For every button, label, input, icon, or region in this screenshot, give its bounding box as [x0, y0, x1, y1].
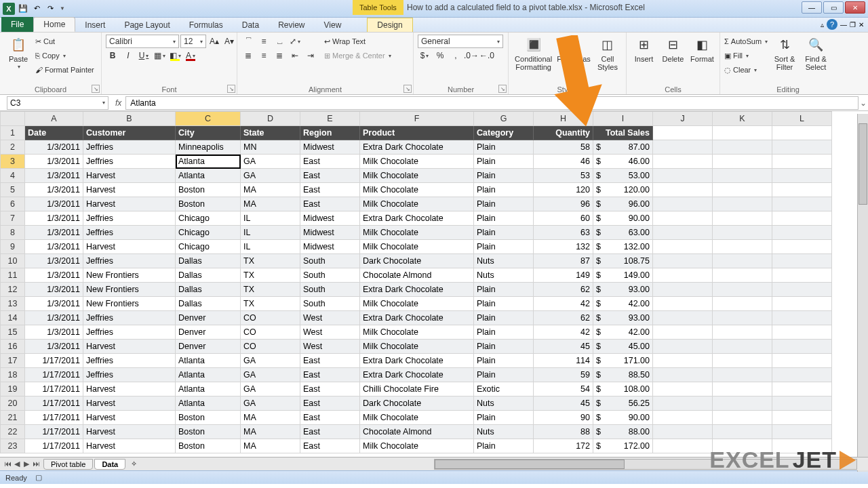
hscroll-thumb[interactable]	[435, 460, 625, 469]
cell[interactable]: MA	[241, 183, 300, 197]
cell[interactable]: GA	[241, 382, 300, 396]
cell[interactable]: Nuts	[474, 268, 534, 283]
cell[interactable]: 59	[534, 368, 593, 382]
cell[interactable]	[653, 439, 713, 453]
cell[interactable]: Atlanta	[176, 155, 241, 169]
cell[interactable]: 1/3/2011	[25, 340, 83, 354]
cell[interactable]	[653, 240, 713, 254]
cell[interactable]: 1/3/2011	[25, 197, 83, 211]
file-tab[interactable]: File	[1, 17, 33, 32]
select-all-corner[interactable]	[1, 112, 25, 126]
row-header[interactable]: 4	[1, 169, 25, 183]
cell[interactable]: Nuts	[474, 396, 534, 411]
qat-dropdown-icon[interactable]: ▼	[60, 5, 65, 12]
cell[interactable]: Harvest	[83, 340, 176, 354]
cell[interactable]	[653, 368, 713, 382]
cell[interactable]: $46.00	[593, 155, 653, 169]
row-header[interactable]: 16	[1, 340, 25, 354]
tab-formulas[interactable]: Formulas	[180, 18, 233, 32]
cell[interactable]: $108.75	[593, 254, 653, 268]
vertical-scrollbar[interactable]	[857, 114, 868, 472]
cell[interactable]: 53	[534, 169, 593, 183]
cell[interactable]: Dallas	[176, 283, 241, 297]
cell[interactable]: $171.00	[593, 354, 653, 368]
format-painter-button[interactable]: 🖌Format Painter	[35, 63, 94, 77]
row-header[interactable]: 17	[1, 354, 25, 368]
cell[interactable]: Midwest	[300, 226, 360, 240]
new-sheet-icon[interactable]: ✧	[131, 460, 137, 468]
cell[interactable]: Milk Chocolate	[360, 155, 474, 169]
cell[interactable]: Nuts	[474, 254, 534, 268]
row-header[interactable]: 8	[1, 226, 25, 240]
tab-insert[interactable]: Insert	[75, 18, 115, 32]
formula-input[interactable]: Atlanta	[125, 96, 859, 110]
cell[interactable]	[772, 226, 832, 240]
cell[interactable]	[772, 197, 832, 211]
cell[interactable]	[653, 354, 713, 368]
minimize-ribbon-icon[interactable]: ▵	[821, 21, 824, 28]
cell[interactable]	[653, 325, 713, 340]
cell[interactable]: 1/3/2011	[25, 268, 83, 283]
row-header[interactable]: 5	[1, 183, 25, 197]
cell[interactable]: Plain	[474, 140, 534, 155]
cell[interactable]: 1/3/2011	[25, 169, 83, 183]
cell[interactable]: 1/17/2011	[25, 411, 83, 425]
cell[interactable]: TX	[241, 283, 300, 297]
cell[interactable]: Milk Chocolate	[360, 197, 474, 211]
cell[interactable]: Plain	[474, 240, 534, 254]
underline-button[interactable]: U▾	[137, 49, 151, 62]
cell[interactable]	[713, 126, 772, 140]
cell[interactable]: 87	[534, 254, 593, 268]
cell[interactable]: GA	[241, 396, 300, 411]
workbook-restore-icon[interactable]: ❐	[850, 21, 856, 28]
format-as-table-button[interactable]: ▦Format as Table	[557, 35, 591, 71]
cell[interactable]: 1/3/2011	[25, 254, 83, 268]
cell[interactable]: Harvest	[83, 240, 176, 254]
cell[interactable]: GA	[241, 155, 300, 169]
row-header[interactable]: 11	[1, 268, 25, 283]
copy-button[interactable]: ⎘Copy▾	[35, 49, 94, 62]
tab-home[interactable]: Home	[33, 17, 75, 32]
borders-button[interactable]: ▦▾	[153, 49, 166, 62]
cell[interactable]: 1/17/2011	[25, 382, 83, 396]
cell[interactable]: CO	[241, 311, 300, 325]
column-header[interactable]: K	[713, 112, 772, 126]
cell[interactable]	[653, 311, 713, 325]
cell[interactable]	[772, 155, 832, 169]
cell[interactable]	[772, 368, 832, 382]
cell[interactable]: TX	[241, 268, 300, 283]
tab-page-layout[interactable]: Page Layout	[115, 18, 179, 32]
cell[interactable]: Extra Dark Chocolate	[360, 140, 474, 155]
cell[interactable]: East	[300, 197, 360, 211]
worksheet-grid[interactable]: ABCDEFGHIJKL1DateCustomerCityStateRegion…	[0, 111, 868, 457]
cell[interactable]	[653, 411, 713, 425]
number-dialog-launcher[interactable]: ↘	[498, 85, 507, 93]
cell[interactable]: Midwest	[300, 140, 360, 155]
cell[interactable]: Jeffries	[83, 226, 176, 240]
cell[interactable]: Atlanta	[176, 382, 241, 396]
cell[interactable]: Boston	[176, 439, 241, 453]
cell[interactable]: Milk Chocolate	[360, 240, 474, 254]
cell[interactable]	[653, 425, 713, 439]
cell[interactable]	[653, 340, 713, 354]
cell[interactable]	[713, 240, 772, 254]
cell[interactable]	[772, 354, 832, 368]
cell[interactable]: Milk Chocolate	[360, 297, 474, 311]
cell[interactable]: MN	[241, 140, 300, 155]
clear-button[interactable]: ◌Clear▾	[724, 63, 768, 77]
cell[interactable]: South	[300, 254, 360, 268]
table-header-cell[interactable]: Date	[25, 126, 83, 140]
cell[interactable]: $90.00	[593, 211, 653, 226]
cell[interactable]	[713, 411, 772, 425]
cell[interactable]: Jeffries	[83, 311, 176, 325]
cell[interactable]: GA	[241, 354, 300, 368]
cell[interactable]: 58	[534, 140, 593, 155]
cell[interactable]: CO	[241, 325, 300, 340]
cell[interactable]: Harvest	[83, 197, 176, 211]
row-header[interactable]: 1	[1, 126, 25, 140]
cell[interactable]	[653, 226, 713, 240]
merge-center-button[interactable]: ⊞Merge & Center▾	[324, 49, 391, 62]
minimize-button[interactable]: ―	[802, 1, 822, 14]
cell[interactable]	[713, 169, 772, 183]
column-header[interactable]: J	[653, 112, 713, 126]
